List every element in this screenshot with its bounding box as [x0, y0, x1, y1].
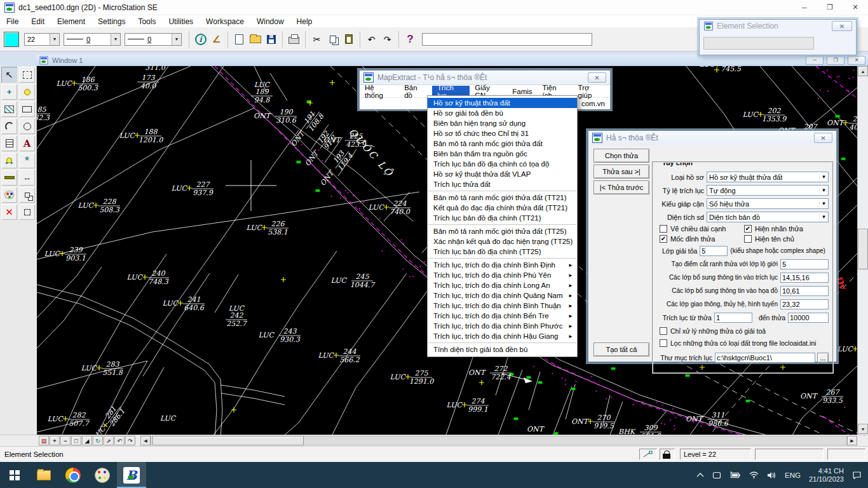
taskbar-paint[interactable]: [88, 462, 117, 488]
dropdown-item[interactable]: Trích lục bản đồ địa chính (TT21): [428, 213, 577, 223]
select-tool[interactable]: ↖: [1, 66, 18, 83]
menu-workspace[interactable]: Workspace: [200, 17, 250, 26]
polygon-tool[interactable]: [18, 100, 36, 118]
checkbox-item[interactable]: Chỉ xử lý những thửa có giải toả: [660, 327, 766, 335]
folder-input[interactable]: [715, 353, 815, 363]
thua-sau-button[interactable]: Thửa sau >|: [593, 165, 649, 179]
zoom-out-button[interactable]: −: [60, 436, 71, 445]
dropdown-item[interactable]: Hồ sơ tổ chức theo Chỉ thị 31: [428, 128, 577, 139]
new-file-button[interactable]: [231, 30, 247, 48]
combo-field[interactable]: Số hiệu thửa▼: [707, 198, 829, 209]
element-selection-close-button[interactable]: ✕: [832, 21, 852, 31]
menu-tools[interactable]: Tools: [132, 17, 162, 26]
dimension-tool[interactable]: ↔: [18, 169, 36, 186]
help-button[interactable]: ?: [402, 30, 418, 48]
chon-thua-button[interactable]: Chọn thửa: [593, 149, 649, 163]
tray-clock[interactable]: 4:41 CH 21/10/2023: [809, 467, 844, 484]
view-light-tool[interactable]: [18, 83, 36, 100]
dropdown-item[interactable]: Trích lục, trích đo địa chính Bến Tre►: [428, 311, 577, 321]
arc-tool[interactable]: [1, 118, 18, 135]
checkbox-item[interactable]: ✔Mốc đỉnh thửa: [660, 235, 744, 243]
save-button[interactable]: [263, 30, 279, 48]
dropdown-item[interactable]: Kết quả đo đạc địa chính thửa đất (TT21): [428, 203, 577, 213]
taskbar-chrome[interactable]: [58, 462, 88, 488]
dropdown-item[interactable]: Tính diện tích giải toả đền bù: [428, 344, 577, 355]
dropdown-item[interactable]: Bản mô tả ranh mốc giới thửa đất (TT25): [428, 226, 577, 236]
fit-view-button[interactable]: ◢: [82, 436, 92, 445]
tray-battery-icon[interactable]: [729, 471, 741, 478]
tray-device-icon[interactable]: [712, 471, 721, 479]
dropdown-item[interactable]: Trích lục, trích đo địa chính Bình Phước…: [428, 321, 577, 331]
field-input[interactable]: [780, 299, 829, 309]
manipulate-tool[interactable]: [18, 186, 36, 203]
checkbox-item[interactable]: Vẽ chiều dài cạnh: [660, 225, 744, 233]
combo-field[interactable]: Tự động▼: [707, 185, 829, 196]
taskbar-microstation[interactable]: B: [117, 462, 146, 488]
layer-input[interactable]: [700, 246, 728, 256]
dropdown-item[interactable]: Hồ sơ giải toả đền bù: [428, 108, 577, 118]
taskbar-file-explorer[interactable]: [29, 462, 58, 488]
view-restore-icon[interactable]: ❐: [827, 56, 844, 65]
window-area-button[interactable]: □: [71, 436, 81, 445]
line-weight-combo[interactable]: 0▼: [64, 33, 121, 46]
dropdown-item[interactable]: Hồ sơ kỹ thuật thửa đất VLAP: [428, 169, 577, 179]
print-button[interactable]: [286, 30, 302, 48]
tao-tat-ca-button[interactable]: Tạo tất cả: [593, 342, 649, 356]
thua-truoc-button[interactable]: |< Thửa trước: [593, 180, 649, 194]
rotate-view-button[interactable]: ↻: [93, 436, 103, 445]
tray-volume-icon[interactable]: [767, 471, 776, 479]
dropdown-item[interactable]: Trích lục thửa đất: [428, 179, 577, 189]
level-combo[interactable]: 22▼: [24, 33, 60, 46]
keyin-field[interactable]: [422, 33, 592, 46]
checkbox-item[interactable]: Lọc những thửa có loại đất trong file lo…: [660, 339, 816, 347]
checkbox-item[interactable]: ✔Hiện nhãn thửa: [744, 225, 829, 233]
view-previous-button[interactable]: ↶: [114, 436, 125, 445]
menu-utilities[interactable]: Utilities: [162, 17, 200, 26]
copy-button[interactable]: [325, 30, 341, 48]
pan-view-button[interactable]: ⇗: [104, 436, 114, 445]
tray-language[interactable]: ENG: [785, 471, 801, 479]
dropdown-item[interactable]: Trích lục, trích đo địa chính Hậu Giang►: [428, 331, 577, 341]
view-next-button[interactable]: ↷: [125, 436, 135, 445]
dropdown-item[interactable]: Trích lục, trích đo địa chính Bình Thuận…: [428, 301, 577, 311]
cut-button[interactable]: ✂: [309, 30, 325, 48]
vscroll-thumb[interactable]: [858, 229, 868, 269]
field-input[interactable]: [780, 273, 829, 283]
menu-settings[interactable]: Settings: [92, 17, 132, 26]
lock-button[interactable]: [660, 449, 675, 460]
modify-tool[interactable]: [18, 203, 36, 220]
dropdown-item[interactable]: Trích lục, trích đo địa chính Quảng Nam►: [428, 290, 577, 301]
tray-wifi-icon[interactable]: [749, 471, 759, 478]
dropdown-item[interactable]: Trích lục, trích đo địa chính Bình Định►: [428, 260, 577, 270]
dropdown-item[interactable]: Biên bản thẩm tra nguồn gốc: [428, 149, 577, 159]
tray-notifications-icon[interactable]: [852, 471, 862, 479]
dropdown-item[interactable]: Hồ sơ kỹ thuật thửa đất: [428, 98, 577, 108]
element-info-button[interactable]: i: [193, 30, 208, 48]
view-minimize-icon[interactable]: ─: [806, 56, 824, 65]
dropdown-item[interactable]: Biên bản hiện trạng sử dụng: [428, 118, 577, 128]
menu-edit[interactable]: Edit: [25, 17, 51, 26]
delete-tool[interactable]: ✕: [1, 203, 18, 220]
combo-field[interactable]: Diện tích bản đồ▼: [707, 212, 829, 222]
scroll-down-icon[interactable]: ▼: [858, 424, 868, 434]
field-input[interactable]: [780, 259, 829, 269]
menu-help[interactable]: Help: [290, 17, 319, 26]
close-icon[interactable]: ✕: [843, 0, 868, 15]
active-angle-button[interactable]: ∠: [208, 30, 224, 48]
element-selection-titlebar[interactable]: Element Selection ✕: [700, 20, 856, 32]
annotate-tool[interactable]: [1, 152, 18, 169]
combo-field[interactable]: Hồ sơ kỹ thuật thửa đất▼: [707, 172, 829, 182]
dropdown-item[interactable]: Xác nhận kết quả đo đạc hiện trạng (TT25…: [428, 236, 577, 247]
dropdown-item[interactable]: Bản mô tả ranh mốc giới thửa đất: [428, 139, 577, 149]
browse-button[interactable]: ...: [817, 353, 829, 363]
zoom-in-button[interactable]: +: [50, 436, 60, 445]
menu-file[interactable]: File: [0, 17, 25, 26]
dropdown-item[interactable]: Trích lục, trích đo địa chính Long An►: [428, 280, 577, 290]
minimize-icon[interactable]: ─: [792, 0, 817, 15]
pattern-tool[interactable]: [1, 100, 18, 118]
active-color-swatch[interactable]: [4, 32, 19, 47]
active-level-field[interactable]: Level = 22: [680, 449, 751, 460]
mapextract-menu-item[interactable]: Trợ giúp: [573, 86, 610, 97]
paste-button[interactable]: [341, 30, 356, 48]
points-tool[interactable]: +: [1, 83, 18, 100]
